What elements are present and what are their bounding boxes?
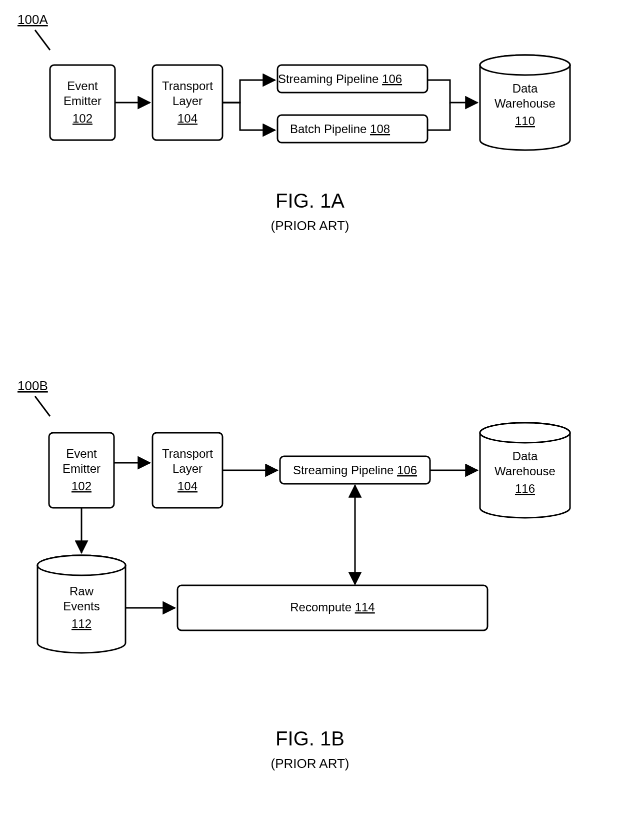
- arrow-stream-warehouse-a: [428, 80, 478, 103]
- svg-text:110: 110: [515, 114, 535, 128]
- svg-text:Events: Events: [63, 599, 100, 613]
- svg-text:Data: Data: [512, 82, 538, 95]
- ref-100a: 100A: [18, 12, 48, 27]
- cylinder-data-warehouse-b: Data Warehouse 116: [480, 423, 570, 518]
- figure-1a: 100A Event Emitter 102 Transport Layer 1…: [18, 12, 570, 233]
- svg-text:Raw: Raw: [70, 584, 94, 598]
- svg-text:Emitter: Emitter: [62, 462, 100, 475]
- svg-text:102: 102: [72, 479, 92, 493]
- cylinder-raw-events-b: Raw Events 112: [38, 555, 126, 653]
- cylinder-data-warehouse-a: Data Warehouse 110: [480, 55, 570, 150]
- svg-text:Batch Pipeline 108: Batch Pipeline 108: [290, 122, 390, 136]
- diagram-canvas: 100A Event Emitter 102 Transport Layer 1…: [0, 0, 620, 840]
- svg-text:Emitter: Emitter: [64, 94, 102, 108]
- caption-fig1a: FIG. 1A: [276, 190, 344, 212]
- svg-text:Warehouse: Warehouse: [494, 464, 556, 478]
- box-transport-layer-a: Transport Layer 104: [152, 65, 222, 140]
- svg-text:Layer: Layer: [172, 94, 202, 108]
- caption-sub-fig1b: (PRIOR ART): [271, 756, 350, 771]
- svg-text:Warehouse: Warehouse: [494, 97, 556, 110]
- svg-point-33: [38, 555, 126, 575]
- svg-text:112: 112: [72, 617, 92, 630]
- svg-text:Data: Data: [512, 449, 538, 463]
- svg-text:116: 116: [515, 482, 535, 495]
- box-transport-layer-b: Transport Layer 104: [152, 433, 222, 508]
- figure-1b: 100B Event Emitter 102 Transport Layer 1…: [18, 378, 570, 771]
- svg-point-13: [480, 55, 570, 75]
- svg-text:Transport: Transport: [162, 79, 213, 93]
- svg-text:Event: Event: [66, 447, 97, 460]
- svg-text:Streaming Pipeline 106: Streaming Pipeline 106: [278, 72, 402, 86]
- ref-leader-b: [35, 396, 50, 416]
- box-streaming-pipeline-b: Streaming Pipeline 106: [280, 456, 430, 484]
- svg-text:104: 104: [178, 479, 198, 493]
- box-event-emitter-a: Event Emitter 102: [50, 65, 115, 140]
- arrow-transport-batch-a: [222, 103, 275, 130]
- arrow-transport-stream-a: [222, 80, 275, 103]
- box-streaming-pipeline-a: Streaming Pipeline 106: [278, 65, 428, 93]
- svg-text:Transport: Transport: [162, 447, 213, 460]
- ref-100b: 100B: [18, 378, 48, 393]
- caption-fig1b: FIG. 1B: [276, 727, 344, 749]
- svg-text:Streaming Pipeline 106: Streaming Pipeline 106: [293, 463, 417, 477]
- svg-text:102: 102: [72, 112, 92, 125]
- ref-leader-a: [35, 30, 50, 50]
- svg-text:104: 104: [178, 112, 198, 125]
- svg-text:Layer: Layer: [172, 462, 202, 475]
- caption-sub-fig1a: (PRIOR ART): [271, 218, 350, 233]
- box-event-emitter-b: Event Emitter 102: [49, 433, 114, 508]
- svg-text:Recompute 114: Recompute 114: [290, 600, 374, 614]
- box-recompute-b: Recompute 114: [178, 585, 488, 630]
- box-batch-pipeline-a: Batch Pipeline 108: [278, 115, 428, 143]
- arrow-batch-merge-a: [428, 103, 450, 130]
- svg-point-28: [480, 423, 570, 443]
- svg-text:Event: Event: [67, 79, 98, 93]
